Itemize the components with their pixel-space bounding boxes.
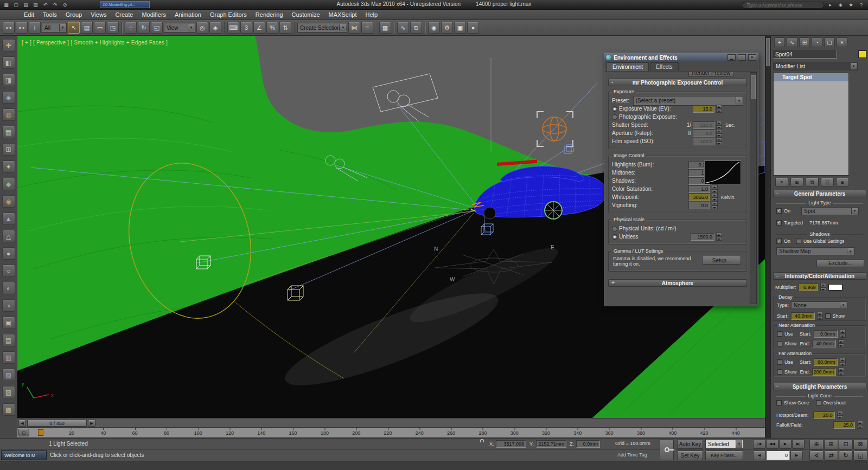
previous-key-button[interactable]: ◀◀ [766,439,778,449]
set-keys-button[interactable] [660,439,674,460]
exposure-value-radio[interactable] [612,106,617,112]
rectangular-selection-region-icon[interactable]: ▭ [94,22,106,34]
dock-tool-icon-8[interactable]: ✦ [2,160,15,173]
angle-snap-icon[interactable]: ∠ [253,22,265,34]
menu-create[interactable]: Create [111,10,137,20]
help-icon[interactable]: ? [857,1,866,9]
dock-tool-icon-5[interactable]: ◍ [2,108,15,121]
field-of-view-icon[interactable]: ∢ [809,450,824,461]
dialog-titlebar[interactable]: Environment and Effects ▁ □ ✕ [604,53,758,62]
decay-show-checkbox[interactable] [825,313,831,319]
hierarchy-tab[interactable]: ⊞ [799,37,810,47]
multiplier-field[interactable]: 6.969 [799,284,818,291]
render-setup-icon[interactable]: ⚙ [441,22,453,34]
dock-tool-icon-20[interactable]: ▧ [2,369,15,381]
intensity-rollout[interactable]: Intensity/Color/Attenuation [773,272,866,280]
far-start-field[interactable]: 80.0mm [814,358,838,366]
utilities-tab[interactable]: ✶ [837,37,847,47]
add-time-tag[interactable]: Add Time Tag [617,452,647,458]
shadows-on-checkbox[interactable] [776,239,782,244]
dock-tool-icon-19[interactable]: ▥ [2,351,15,364]
configure-modifier-sets-button[interactable]: ≡ [836,178,849,186]
menu-maxscript[interactable]: MAXScript [324,10,361,20]
dock-tool-icon-15[interactable]: ◐ [2,282,15,294]
unitless-field[interactable]: 1500.0 [691,233,714,241]
create-tab[interactable]: + [774,37,785,47]
spinner[interactable] [716,105,722,113]
next-key-button[interactable]: ▶| [792,439,805,449]
spinner[interactable] [857,421,863,429]
maximize-viewport-icon[interactable]: ◱ [853,450,867,461]
light-type-dropdown[interactable]: Spot▼ [801,207,859,215]
far-show-checkbox[interactable] [777,369,782,375]
decay-start-field[interactable]: 40.0mm [791,312,815,320]
hotspot-field[interactable]: 20.0 [813,411,835,419]
spinner[interactable] [820,283,826,291]
dock-tool-icon-14[interactable]: ○ [2,265,15,277]
object-name-field[interactable]: Spot04 [773,50,837,59]
frame-number-field[interactable]: 0 [766,450,790,460]
use-pivot-point-center-icon[interactable]: ◎ [196,22,208,34]
menu-animation[interactable]: Animation [170,10,206,20]
light-color-swatch[interactable] [828,284,843,291]
bind-to-space-warp-icon[interactable]: ≀ [29,22,41,34]
save-file-icon[interactable]: ▥ [31,1,40,9]
near-start-field[interactable]: 0.0mm [814,330,838,338]
dock-tool-icon-3[interactable]: ◨ [2,74,15,86]
selection-filter-dropdown[interactable]: All▼ [42,23,67,33]
spinner[interactable] [837,411,843,419]
spinner[interactable] [838,339,844,347]
dock-tool-icon-16[interactable]: ◑ [2,299,15,312]
menu-group[interactable]: Group [61,10,87,20]
param-field[interactable]: 3055.0 [688,194,710,201]
favorites-icon[interactable]: ★ [846,1,856,9]
dialog-scrollbar[interactable] [750,72,757,304]
schematic-view-icon[interactable]: ⧉ [410,22,422,34]
select-and-rotate-icon[interactable]: ↻ [138,22,150,34]
exposure-value-field[interactable]: 15.0 [693,105,714,113]
communication-center-icon[interactable]: ◈ [836,1,845,9]
select-object-icon[interactable]: ↖ [68,22,80,34]
dock-tool-icon-17[interactable]: ▣ [2,317,15,329]
aperture-field[interactable]: 8.0 [693,130,714,137]
minimized-window-chip[interactable]: 10 Modelling pt... [100,1,150,8]
select-and-link-icon[interactable]: ⊶ [3,22,15,34]
tab-environment[interactable]: Environment [607,62,649,71]
physical-units-radio[interactable] [612,226,617,231]
render-production-icon[interactable]: ● [467,22,479,34]
app-menu-icon[interactable]: ▦ [2,1,11,9]
layer-manager-icon[interactable]: ▦ [379,22,391,34]
menu-help[interactable]: Help [361,10,382,20]
spinner[interactable] [712,185,718,193]
selection-lock-icon[interactable]: ⊘ [60,1,69,9]
previous-frame-button[interactable]: ◀ [753,450,765,460]
keyboard-shortcut-override-icon[interactable]: ⌨ [227,22,239,34]
object-color-swatch[interactable] [858,50,866,58]
viewport-label[interactable]: [ + ] [ Perspective ] [ Smooth + Highlig… [22,40,168,46]
track-bar[interactable]: ◻ 20406080100120140160180200220240260280… [17,428,765,438]
new-scene-icon[interactable]: ▢ [11,1,21,9]
dock-tool-icon-18[interactable]: ▤ [2,334,15,346]
reference-coordinate-dropdown[interactable]: View▼ [164,23,195,33]
param-field[interactable]: 0.0 [688,202,710,209]
dock-tool-icon-4[interactable]: ◈ [2,91,15,104]
menu-graph-editors[interactable]: Graph Editors [206,10,251,20]
spinner[interactable] [716,137,722,145]
zoom-extents-icon[interactable]: ⊡ [839,439,853,449]
falloff-field[interactable]: 25.0 [833,421,855,429]
select-and-move-icon[interactable]: ⊹ [125,22,137,34]
menu-rendering[interactable]: Rendering [251,10,288,20]
unlink-selection-icon[interactable]: ⊷ [16,22,28,34]
search-go-icon[interactable]: ▸ [826,1,835,9]
display-tab[interactable]: ▢ [824,37,835,47]
spinner[interactable] [840,358,846,366]
atmosphere-rollout[interactable]: Atmosphere [608,279,747,287]
next-frame-arrow[interactable]: ▶ [88,420,95,427]
material-editor-icon[interactable]: ◉ [428,22,440,34]
photographic-exposure-radio[interactable] [612,114,617,120]
z-coordinate-field[interactable]: 0.0mm [576,440,600,448]
far-use-checkbox[interactable] [777,359,782,365]
pan-icon[interactable]: ⇄ [824,450,838,461]
previous-frame-arrow[interactable]: ◀ [18,420,26,427]
align-icon[interactable]: ≡ [361,22,373,34]
